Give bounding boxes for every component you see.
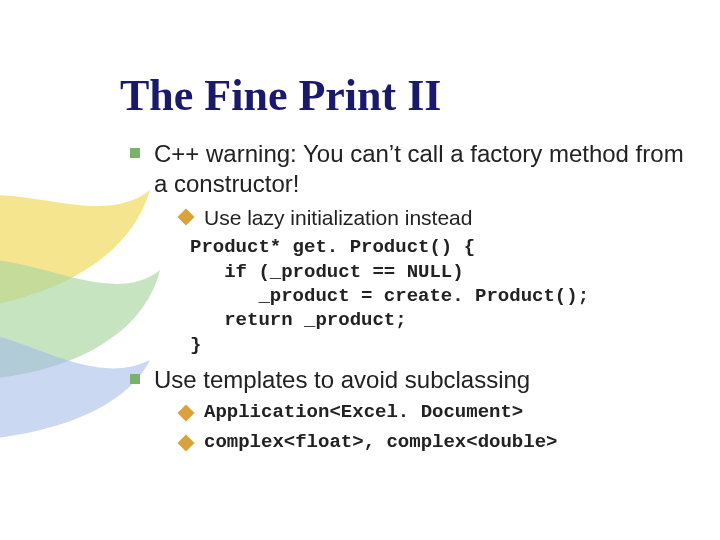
subbullet-lazy-init: Use lazy initialization instead <box>180 205 690 231</box>
bullet-warning: C++ warning: You can’t call a factory me… <box>130 139 690 199</box>
bullet-warning-text: C++ warning: You can’t call a factory me… <box>154 139 690 199</box>
code-line: if (_product == NULL) <box>190 261 464 283</box>
subbullet-application-excel-text: Application<Excel. Document> <box>204 401 523 425</box>
bullet-templates: Use templates to avoid subclassing <box>130 365 690 395</box>
subbullet-application-excel: Application<Excel. Document> <box>180 401 690 425</box>
diamond-bullet-icon <box>178 404 195 421</box>
diamond-bullet-icon <box>178 209 195 226</box>
bullet-templates-text: Use templates to avoid subclassing <box>154 365 530 395</box>
diamond-bullet-icon <box>178 434 195 451</box>
subbullet-complex-types-text: complex<float>, complex<double> <box>204 431 557 455</box>
code-line: _product = create. Product(); <box>190 285 589 307</box>
subbullet-complex-types: complex<float>, complex<double> <box>180 431 690 455</box>
square-bullet-icon <box>130 148 140 158</box>
square-bullet-icon <box>130 374 140 384</box>
subbullet-lazy-init-text: Use lazy initialization instead <box>204 205 472 231</box>
code-line: } <box>190 334 201 356</box>
code-line: return _product; <box>190 309 407 331</box>
code-block: Product* get. Product() { if (_product =… <box>190 235 690 357</box>
code-line: Product* get. Product() { <box>190 236 475 258</box>
slide-title: The Fine Print II <box>120 70 690 121</box>
